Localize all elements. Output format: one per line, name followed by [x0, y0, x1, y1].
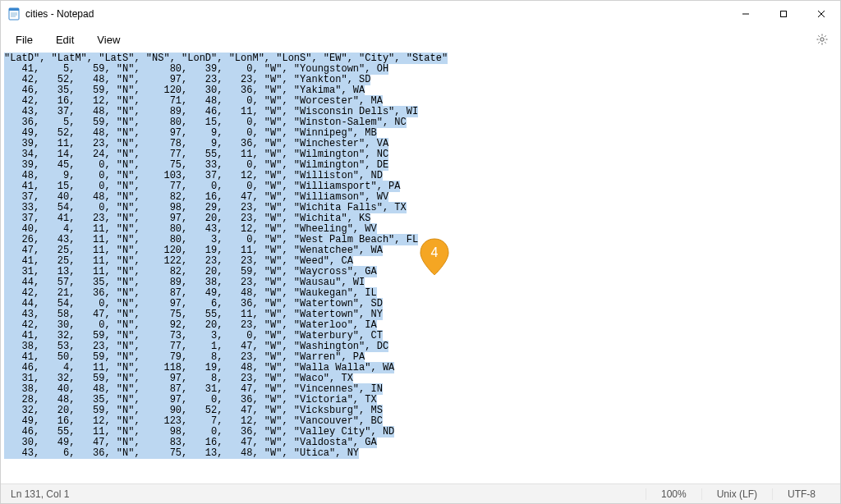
notepad-icon: [7, 7, 21, 21]
window-controls: [727, 1, 840, 27]
svg-rect-6: [781, 11, 787, 17]
window-title: cities - Notepad: [25, 8, 94, 20]
menubar: File Edit View: [1, 27, 840, 52]
menu-view[interactable]: View: [89, 30, 128, 49]
minimize-button[interactable]: [727, 1, 765, 27]
status-encoding: UTF-8: [772, 488, 830, 500]
menu-file[interactable]: File: [7, 30, 41, 49]
status-line-ending: Unix (LF): [701, 488, 772, 500]
maximize-button[interactable]: [765, 1, 802, 27]
svg-rect-1: [9, 8, 19, 11]
editor-area[interactable]: "LatD", "LatM", "LatS", "NS", "LonD", "L…: [1, 52, 840, 483]
titlebar: cities - Notepad: [1, 1, 840, 27]
close-button[interactable]: [802, 1, 840, 27]
status-cursor-position: Ln 131, Col 1: [11, 488, 69, 500]
menu-edit[interactable]: Edit: [48, 30, 82, 49]
settings-button[interactable]: [811, 28, 834, 51]
notepad-window: cities - Notepad File Edit View "LatD",: [0, 0, 841, 504]
statusbar: Ln 131, Col 1 100% Unix (LF) UTF-8: [1, 483, 840, 503]
svg-point-9: [820, 38, 824, 41]
status-zoom: 100%: [646, 488, 701, 500]
editor-text[interactable]: "LatD", "LatM", "LatS", "NS", "LonD", "L…: [4, 53, 837, 459]
